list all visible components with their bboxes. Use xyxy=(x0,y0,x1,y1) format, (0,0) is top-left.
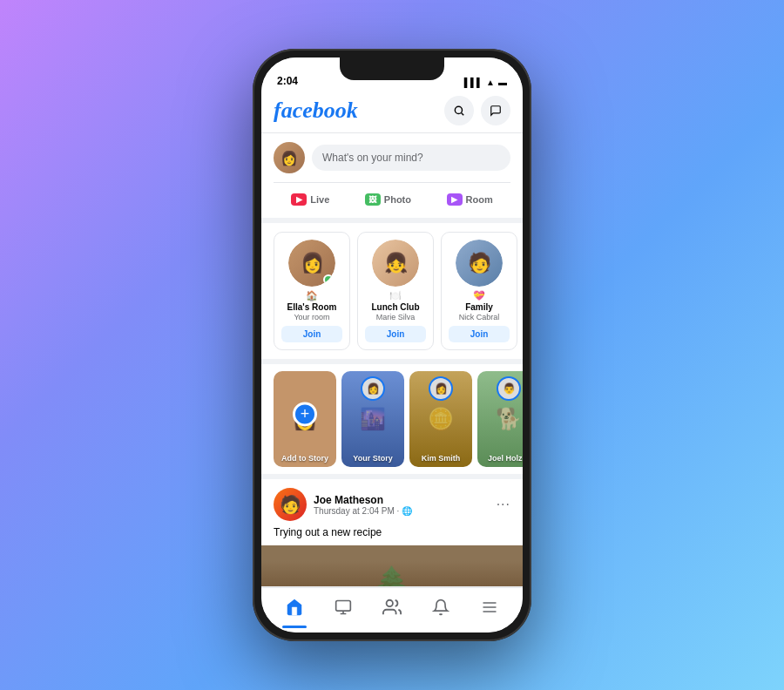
room-card-1[interactable]: 👩 🏠 Ella's Room Your room Join xyxy=(274,232,350,350)
story-3[interactable]: 🐕 👨 Joel Holzer xyxy=(477,371,523,467)
status-icons: ▌▌▌ ▲ ▬ xyxy=(464,78,507,87)
rooms-scroll: 👩 🏠 Ella's Room Your room Join 👧 🍽️ xyxy=(274,232,523,350)
post-user-info: Joe Matheson Thursday at 2:04 PM · 🌐 xyxy=(314,494,412,516)
photo-action[interactable]: 🖼 Photo xyxy=(358,190,418,209)
room-emoji-3: 💝 xyxy=(449,290,510,301)
composer-actions: ▶ Live 🖼 Photo ▶ Room xyxy=(274,182,510,209)
nav-notifications[interactable] xyxy=(423,592,458,623)
room-avatar-2: 👧 xyxy=(372,240,419,287)
story-2[interactable]: 🪙 👩 Kim Smith xyxy=(409,371,472,467)
room-icon: ▶ xyxy=(447,193,463,206)
room-name-3: Family xyxy=(449,302,510,313)
composer-input[interactable]: What's on your mind? xyxy=(312,145,510,171)
post-user: 🧑 Joe Matheson Thursday at 2:04 PM · 🌐 xyxy=(274,488,412,521)
bottom-nav xyxy=(261,587,523,632)
facebook-logo: facebook xyxy=(274,98,358,124)
phone-screen: 2:04 ▌▌▌ ▲ ▬ facebook xyxy=(261,58,523,632)
room-emoji-1: 🏠 xyxy=(281,290,342,301)
post-header: 🧑 Joe Matheson Thursday at 2:04 PM · 🌐 ·… xyxy=(274,488,510,521)
online-indicator xyxy=(323,274,334,285)
room-join-btn-2[interactable]: Join xyxy=(365,326,426,342)
post-more-button[interactable]: ··· xyxy=(497,497,510,512)
wifi-icon: ▲ xyxy=(486,78,495,87)
room-name-1: Ella's Room xyxy=(281,302,342,313)
post-text: Trying out a new recipe xyxy=(274,526,510,538)
story-label-3: Joel Holzer xyxy=(477,454,523,463)
room-join-btn-3[interactable]: Join xyxy=(449,326,510,342)
nav-menu[interactable] xyxy=(472,592,507,623)
stories-section: 👩 + Add to Story 🌆 👩 Your Story xyxy=(261,364,523,474)
phone-shell: 2:04 ▌▌▌ ▲ ▬ facebook xyxy=(253,49,531,641)
user-avatar: 👩 xyxy=(274,142,305,173)
nav-home[interactable] xyxy=(277,592,312,623)
room-card-2[interactable]: 👧 🍽️ Lunch Club Marie Silva Join xyxy=(357,232,434,350)
room-sub-1: Your room xyxy=(281,313,342,321)
live-icon: ▶ xyxy=(291,193,307,206)
post-avatar: 🧑 xyxy=(274,488,307,521)
post-section: 🧑 Joe Matheson Thursday at 2:04 PM · 🌐 ·… xyxy=(261,479,523,586)
app-header: facebook xyxy=(261,91,523,133)
story-label-0: Add to Story xyxy=(274,454,336,463)
story-label-2: Kim Smith xyxy=(409,454,472,463)
story-add[interactable]: 👩 + Add to Story xyxy=(274,371,336,467)
story-1[interactable]: 🌆 👩 Your Story xyxy=(341,371,404,467)
room-join-btn-1[interactable]: Join xyxy=(281,326,342,342)
live-label: Live xyxy=(310,194,329,205)
room-emoji-2: 🍽️ xyxy=(365,290,426,301)
post-time: Thursday at 2:04 PM · 🌐 xyxy=(314,506,412,516)
svg-point-5 xyxy=(387,599,393,605)
room-name-2: Lunch Club xyxy=(365,302,426,313)
photo-label: Photo xyxy=(384,194,411,205)
svg-rect-2 xyxy=(336,600,351,611)
header-icons xyxy=(444,96,510,125)
room-card-3[interactable]: 🧑 💝 Family Nick Cabral Join xyxy=(441,232,517,350)
post-image: 🌲 xyxy=(261,545,523,586)
nav-watch[interactable] xyxy=(326,592,361,623)
room-sub-3: Nick Cabral xyxy=(449,313,510,321)
story-avatar-2: 👩 xyxy=(429,376,453,401)
live-action[interactable]: ▶ Live xyxy=(284,190,336,209)
room-avatar-1: 👩 xyxy=(288,240,335,287)
rooms-section: 👩 🏠 Ella's Room Your room Join 👧 🍽️ xyxy=(261,223,523,359)
notch xyxy=(340,58,444,80)
story-avatar-1: 👩 xyxy=(361,376,385,401)
add-story-icon: + xyxy=(293,402,317,426)
svg-line-1 xyxy=(462,113,464,116)
svg-point-0 xyxy=(455,106,462,113)
composer-section: 👩 What's on your mind? ▶ Live 🖼 Photo ▶ … xyxy=(261,133,523,218)
room-action[interactable]: ▶ Room xyxy=(440,190,500,209)
room-avatar-3: 🧑 xyxy=(456,240,503,287)
room-label: Room xyxy=(466,194,493,205)
post-author: Joe Matheson xyxy=(314,494,412,506)
composer-row: 👩 What's on your mind? xyxy=(274,142,510,173)
photo-icon: 🖼 xyxy=(365,193,381,206)
battery-icon: ▬ xyxy=(498,78,507,87)
stories-scroll: 👩 + Add to Story 🌆 👩 Your Story xyxy=(274,371,523,467)
story-label-1: Your Story xyxy=(341,454,404,463)
messenger-button[interactable] xyxy=(481,96,510,125)
story-avatar-3: 👨 xyxy=(497,376,521,401)
status-time: 2:04 xyxy=(277,75,298,87)
signal-icon: ▌▌▌ xyxy=(464,78,483,87)
nav-groups[interactable] xyxy=(375,592,409,623)
room-sub-2: Marie Silva xyxy=(365,313,426,321)
search-button[interactable] xyxy=(444,96,474,125)
feed-content[interactable]: 👩 What's on your mind? ▶ Live 🖼 Photo ▶ … xyxy=(261,133,523,586)
